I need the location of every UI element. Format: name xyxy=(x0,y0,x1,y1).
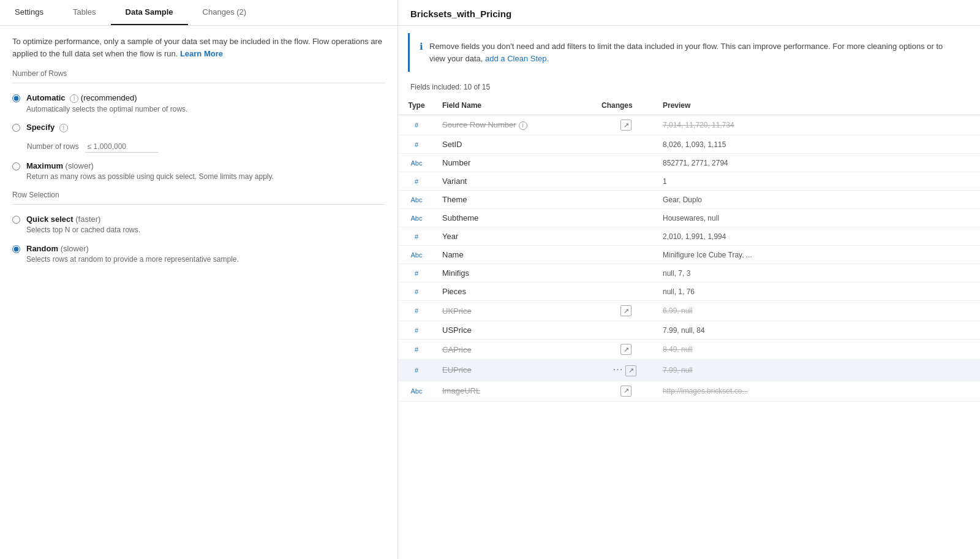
field-name-cell: Variant xyxy=(435,172,594,191)
preview-cell: 2,010, 1,991, 1,994 xyxy=(655,227,980,246)
changes-cell xyxy=(594,135,655,154)
field-name-cell: EUPrice xyxy=(435,360,594,381)
changes-cell xyxy=(594,283,655,301)
table-row[interactable]: #Year2,010, 1,991, 1,994 xyxy=(398,227,980,246)
changes-cell xyxy=(594,227,655,246)
table-row[interactable]: AbcNameMinifigure Ice Cube Tray, ... xyxy=(398,246,980,264)
specify-option[interactable]: Specify i xyxy=(12,123,385,132)
dots-icon[interactable]: ··· xyxy=(613,364,623,375)
type-cell: # xyxy=(398,264,435,283)
preview-cell: Housewares, null xyxy=(655,209,980,227)
table-row[interactable]: #CAPrice↗8.49, null xyxy=(398,340,980,360)
type-cell: # xyxy=(398,135,435,154)
table-row[interactable]: #Piecesnull, 1, 76 xyxy=(398,283,980,301)
table-row[interactable]: AbcSubthemeHousewares, null xyxy=(398,209,980,227)
automatic-radio[interactable] xyxy=(12,94,20,102)
field-name-cell: Theme xyxy=(435,191,594,209)
remove-field-icon[interactable]: ↗ xyxy=(620,120,631,131)
preview-cell: 8,026, 1,093, 1,115 xyxy=(655,135,980,154)
type-cell: Abc xyxy=(398,209,435,227)
preview-cell: null, 1, 76 xyxy=(655,283,980,301)
num-rows-row: Number of rows xyxy=(12,141,385,153)
changes-cell xyxy=(594,191,655,209)
right-header: Bricksets_with_Pricing xyxy=(398,0,980,26)
learn-more-link[interactable]: Learn More xyxy=(180,49,223,58)
changes-cell: ↗ xyxy=(594,115,655,135)
type-cell: Abc xyxy=(398,191,435,209)
dataset-title: Bricksets_with_Pricing xyxy=(410,9,968,19)
field-name-cell: Subtheme xyxy=(435,209,594,227)
field-name-cell: Pieces xyxy=(435,283,594,301)
preview-cell: Minifigure Ice Cube Tray, ... xyxy=(655,246,980,264)
tab-tables[interactable]: Tables xyxy=(58,0,111,25)
changes-cell: ↗ xyxy=(594,381,655,401)
banner-text: Remove fields you don't need and add fil… xyxy=(429,40,960,64)
table-row[interactable]: #SetID8,026, 1,093, 1,115 xyxy=(398,135,980,154)
num-rows-input[interactable] xyxy=(85,141,159,153)
table-row[interactable]: #Minifigsnull, 7, 3 xyxy=(398,264,980,283)
field-name-cell: CAPrice xyxy=(435,340,594,360)
col-field: Field Name xyxy=(435,96,594,115)
maximum-option[interactable]: Maximum (slower) Return as many rows as … xyxy=(12,161,385,182)
table-row[interactable]: AbcImageURL↗http://images.brickset.co... xyxy=(398,381,980,401)
preview-cell: null, 7, 3 xyxy=(655,264,980,283)
right-panel: Bricksets_with_Pricing ℹ Remove fields y… xyxy=(398,0,980,559)
table-row[interactable]: #UKPrice↗6.99, null xyxy=(398,301,980,321)
tab-bar: Settings Tables Data Sample Changes (2) xyxy=(0,0,398,26)
col-type: Type xyxy=(398,96,435,115)
changes-cell xyxy=(594,246,655,264)
type-cell: # xyxy=(398,301,435,321)
remove-field-icon[interactable]: ↗ xyxy=(625,365,636,376)
preview-cell: 7.99, null, 84 xyxy=(655,321,980,340)
changes-cell xyxy=(594,172,655,191)
changes-cell xyxy=(594,321,655,340)
random-option[interactable]: Random (slower) Selects rows at random t… xyxy=(12,244,385,265)
specify-radio[interactable] xyxy=(12,124,20,132)
tab-changes[interactable]: Changes (2) xyxy=(188,0,262,25)
info-text: To optimize performance, only a sample o… xyxy=(12,36,385,59)
row-selection-label: Row Selection xyxy=(12,191,385,199)
tab-data-sample[interactable]: Data Sample xyxy=(111,0,188,25)
info-banner-icon: ℹ xyxy=(420,41,423,52)
quick-select-radio[interactable] xyxy=(12,216,20,224)
left-panel: Settings Tables Data Sample Changes (2) … xyxy=(0,0,398,559)
changes-cell: ↗ xyxy=(594,301,655,321)
fields-summary: Fields included: 10 of 15 xyxy=(398,79,980,96)
left-content: To optimize performance, only a sample o… xyxy=(0,26,398,559)
preview-cell: 7,014, 11,720, 11,734 xyxy=(655,115,980,135)
maximum-radio[interactable] xyxy=(12,162,20,170)
changes-cell xyxy=(594,264,655,283)
changes-cell: ↗ xyxy=(594,340,655,360)
col-preview: Preview xyxy=(655,96,980,115)
table-row[interactable]: #Variant1 xyxy=(398,172,980,191)
preview-cell: Gear, Duplo xyxy=(655,191,980,209)
table-row[interactable]: AbcNumber852771, 2771, 2794 xyxy=(398,154,980,172)
field-name-cell: Name xyxy=(435,246,594,264)
table-row[interactable]: AbcThemeGear, Duplo xyxy=(398,191,980,209)
tab-settings[interactable]: Settings xyxy=(0,0,58,25)
quick-select-option[interactable]: Quick select (faster) Selects top N or c… xyxy=(12,215,385,235)
clean-step-link[interactable]: add a Clean Step. xyxy=(485,54,549,63)
table-row[interactable]: #USPrice7.99, null, 84 xyxy=(398,321,980,340)
automatic-option[interactable]: Automatic i (recommended) Automatically … xyxy=(12,93,385,114)
type-cell: # xyxy=(398,172,435,191)
preview-cell: 6.99, null xyxy=(655,301,980,321)
type-cell: # xyxy=(398,283,435,301)
type-cell: Abc xyxy=(398,154,435,172)
remove-field-icon[interactable]: ↗ xyxy=(620,305,631,316)
remove-field-icon[interactable]: ↗ xyxy=(620,386,631,397)
field-name-cell: Minifigs xyxy=(435,264,594,283)
type-cell: # xyxy=(398,115,435,135)
field-name-cell: Source Row Numberi xyxy=(435,115,594,135)
data-table[interactable]: Type Field Name Changes Preview #Source … xyxy=(398,96,980,559)
table-row[interactable]: #Source Row Numberi↗7,014, 11,720, 11,73… xyxy=(398,115,980,135)
field-name-cell: Number xyxy=(435,154,594,172)
random-radio[interactable] xyxy=(12,245,20,253)
info-icon-specify: i xyxy=(59,124,68,132)
field-name-cell: UKPrice xyxy=(435,301,594,321)
field-info-icon: i xyxy=(519,121,527,130)
table-row[interactable]: #EUPrice···↗7.99, null xyxy=(398,360,980,381)
num-rows-sub-label: Number of rows xyxy=(27,142,79,151)
remove-field-icon[interactable]: ↗ xyxy=(620,344,631,355)
field-name-cell: ImageURL xyxy=(435,381,594,401)
